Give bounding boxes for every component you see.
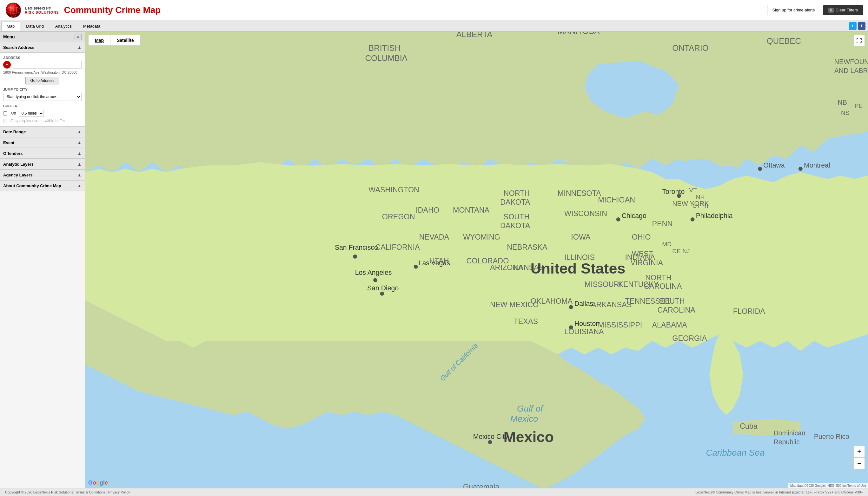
tab-data-grid[interactable]: Data Grid [21, 21, 49, 30]
svg-text:NEWFOUNDLAND: NEWFOUNDLAND [834, 58, 868, 66]
footer-left: Copyright © 2020 LexisNexis Risk Solutio… [5, 490, 130, 494]
svg-point-80 [414, 265, 418, 269]
svg-text:NH: NH [696, 194, 705, 201]
svg-text:PE: PE [854, 103, 863, 109]
go-to-address-button[interactable]: Go to Address [26, 77, 59, 84]
svg-text:Las Vegas: Las Vegas [419, 259, 450, 267]
section-label-offenders: Offenders [3, 151, 22, 156]
buffer-events-checkbox[interactable] [3, 119, 7, 123]
svg-text:OHIO: OHIO [632, 233, 651, 241]
twitter-icon[interactable]: t [849, 22, 856, 30]
svg-text:TEXAS: TEXAS [513, 317, 538, 326]
buffer-checkbox[interactable] [3, 111, 7, 115]
svg-text:MISSOURI: MISSOURI [585, 280, 621, 289]
logo-text: LexisNexis® RISK SOLUTIONS [25, 6, 59, 14]
section-toggle-event: ▲ [77, 140, 81, 145]
map-view-tabs: Map Satellite [88, 35, 141, 46]
svg-text:NORTH: NORTH [503, 189, 530, 197]
map-svg: Gulf of Mexico Caribbean Sea BRITISH COL… [85, 32, 868, 488]
terms-link[interactable]: Terms & Conditions [75, 490, 105, 494]
tab-map[interactable]: Map [1, 21, 20, 31]
address-row: + [3, 61, 81, 68]
map-view-tab-satellite[interactable]: Satellite [110, 35, 140, 45]
svg-text:Dominican: Dominican [773, 429, 805, 437]
fullscreen-icon [856, 38, 862, 44]
svg-text:Mexico: Mexico [510, 414, 538, 424]
section-header-about[interactable]: About Community Crime Map ▲ [0, 181, 85, 191]
footer-right: LexisNexis® Community Crime Map is best … [695, 490, 863, 494]
section-label-analytic-layers: Analytic Layers [3, 162, 34, 167]
lexisnexis-logo-icon [5, 2, 21, 18]
buffer-distance-select[interactable]: 0.5 miles 1 mile 2 miles 5 miles [19, 110, 44, 117]
section-toggle-offenders: ▲ [77, 151, 81, 156]
svg-text:NS: NS [841, 109, 850, 116]
svg-text:WASHINGTON: WASHINGTON [369, 186, 419, 194]
tab-metadata[interactable]: Metadata [78, 21, 106, 30]
svg-text:Gulf of: Gulf of [517, 404, 544, 414]
svg-point-22 [799, 167, 803, 171]
clear-filters-count: 0 [828, 7, 834, 13]
svg-text:QUEBEC: QUEBEC [767, 36, 801, 45]
section-header-date-range[interactable]: Date Range ▲ [0, 127, 85, 137]
section-label-event: Event [3, 140, 14, 145]
svg-text:DE NJ: DE NJ [672, 248, 689, 254]
section-toggle-analytic-layers: ▲ [77, 161, 81, 167]
svg-text:NORTH: NORTH [645, 274, 671, 282]
menu-collapse-button[interactable]: « [75, 34, 81, 40]
brand-name: LexisNexis® [25, 6, 59, 11]
svg-point-76 [373, 278, 377, 282]
svg-text:CAROLINA: CAROLINA [644, 282, 682, 290]
buffer-off-label: Off [11, 111, 16, 115]
svg-text:ALBERTA: ALBERTA [456, 32, 493, 39]
jump-city-select[interactable]: Start typing or click the arrow... [3, 93, 81, 101]
svg-text:Mexico City: Mexico City [473, 433, 508, 440]
svg-text:NB: NB [838, 99, 847, 106]
brand-sub: RISK SOLUTIONS [25, 11, 59, 14]
svg-text:FLORIDA: FLORIDA [733, 307, 765, 315]
section-header-search-address[interactable]: Search Address ▲ [0, 42, 85, 53]
map-area[interactable]: Map Satellite [85, 32, 868, 488]
svg-text:Mexico: Mexico [503, 429, 554, 445]
svg-text:Ottawa: Ottawa [763, 161, 785, 169]
tab-analytics[interactable]: Analytics [50, 21, 77, 30]
section-toggle-agency-layers: ▲ [77, 172, 81, 177]
facebook-icon[interactable]: f [858, 22, 866, 30]
map-fullscreen-button[interactable] [853, 35, 865, 46]
svg-text:ALABAMA: ALABAMA [652, 321, 687, 329]
svg-text:PENN: PENN [652, 220, 672, 228]
footer-copyright: Copyright © 2020 LexisNexis Risk Solutio… [5, 490, 74, 494]
section-header-offenders[interactable]: Offenders ▲ [0, 148, 85, 159]
section-header-event[interactable]: Event ▲ [0, 137, 85, 148]
svg-text:Los Angeles: Los Angeles [355, 269, 392, 276]
section-toggle-date-range: ▲ [77, 129, 81, 134]
section-header-analytic-layers[interactable]: Analytic Layers ▲ [0, 159, 85, 169]
svg-text:VT: VT [689, 187, 697, 193]
signup-button[interactable]: Sign up for crime alerts [767, 5, 820, 15]
zoom-out-button[interactable]: − [853, 458, 865, 469]
address-input[interactable] [13, 61, 81, 68]
body: Menu « Search Address ▲ Address + 1600 P… [0, 32, 868, 488]
section-header-agency-layers[interactable]: Agency Layers ▲ [0, 170, 85, 180]
clear-filters-button[interactable]: 0 Clear Filters [823, 5, 863, 15]
map-view-tab-map[interactable]: Map [89, 35, 110, 45]
svg-text:GEORGIA: GEORGIA [672, 334, 707, 342]
svg-point-86 [691, 217, 695, 221]
app-title: Community Crime Map [64, 5, 161, 15]
buffer-row: Off 0.5 miles 1 mile 2 miles 5 miles [3, 110, 81, 117]
section-about: About Community Crime Map ▲ [0, 181, 85, 191]
add-pin-button[interactable]: + [3, 61, 11, 68]
clear-filters-label: Clear Filters [836, 7, 858, 12]
svg-text:MINNESOTA: MINNESOTA [558, 189, 601, 197]
map-zoom-controls: + − [853, 446, 865, 469]
svg-text:NEBRASKA: NEBRASKA [507, 243, 547, 251]
svg-text:CT RI: CT RI [693, 202, 708, 209]
svg-text:MANITOBA: MANITOBA [558, 32, 600, 35]
zoom-in-button[interactable]: + [853, 446, 865, 457]
privacy-link[interactable]: Privacy Policy [108, 490, 130, 494]
svg-text:Caribbean Sea: Caribbean Sea [706, 448, 764, 458]
svg-text:MISSISSIPPI: MISSISSIPPI [598, 321, 642, 329]
svg-text:OREGON: OREGON [382, 213, 415, 221]
section-event: Event ▲ [0, 137, 85, 148]
svg-text:CAROLINA: CAROLINA [657, 306, 695, 314]
section-label-search-address: Search Address [3, 45, 35, 50]
